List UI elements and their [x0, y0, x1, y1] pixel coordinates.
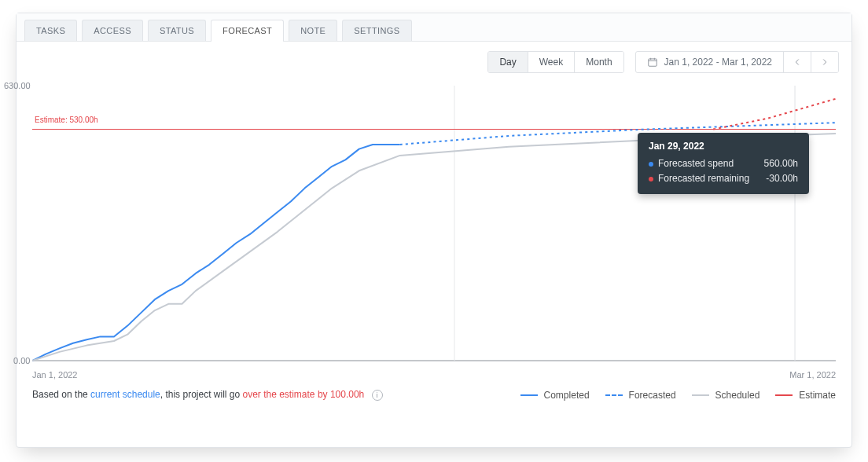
tab-tasks[interactable]: TASKS — [24, 20, 77, 41]
forecast-chart[interactable]: 630.00 0.00 Jan 1, 2022 Mar 1, 2022 Esti… — [32, 86, 836, 376]
chart-tooltip: Jan 29, 2022 Forecasted spend560.00hFore… — [638, 133, 809, 194]
y-axis-min: 0.00 — [13, 356, 30, 365]
chart-canvas — [32, 86, 836, 376]
legend-forecasted: Forecasted — [605, 390, 676, 401]
info-icon[interactable]: i — [372, 390, 383, 401]
x-axis-end: Mar 1, 2022 — [789, 370, 836, 380]
chevron-left-icon — [792, 57, 803, 68]
tab-forecast[interactable]: FORECAST — [211, 20, 284, 41]
granularity-month[interactable]: Month — [574, 52, 623, 72]
tab-bar: TASKSACCESSSTATUSFORECASTNOTESETTINGS — [17, 13, 851, 42]
chart-toolbar: DayWeekMonth Jan 1, 2022 - Mar 1, 2022 — [17, 42, 851, 78]
date-next-button[interactable] — [811, 52, 838, 72]
svg-rect-0 — [648, 59, 657, 66]
forecast-summary: Based on the current schedule, this proj… — [32, 389, 383, 401]
over-estimate-text: over the estimate by 100.00h — [243, 389, 365, 400]
calendar-icon — [647, 57, 658, 68]
tab-access[interactable]: ACCESS — [82, 20, 143, 41]
date-prev-button[interactable] — [783, 52, 811, 72]
tooltip-row: Forecasted remaining-30.00h — [649, 171, 798, 186]
chart-legend: Completed Forecasted Scheduled Estimate — [520, 390, 836, 401]
chart-footer: Based on the current schedule, this proj… — [17, 380, 851, 401]
x-axis-start: Jan 1, 2022 — [32, 370, 78, 380]
tooltip-title: Jan 29, 2022 — [649, 141, 798, 152]
y-axis-max: 630.00 — [4, 81, 31, 90]
chevron-right-icon — [819, 57, 830, 68]
legend-completed: Completed — [520, 390, 590, 401]
tab-note[interactable]: NOTE — [289, 20, 337, 41]
granularity-week[interactable]: Week — [528, 52, 574, 72]
granularity-day[interactable]: Day — [488, 52, 527, 72]
date-range-picker[interactable]: Jan 1, 2022 - Mar 1, 2022 — [635, 51, 839, 73]
date-range-text: Jan 1, 2022 - Mar 1, 2022 — [664, 57, 772, 68]
legend-estimate: Estimate — [775, 390, 836, 401]
tab-status[interactable]: STATUS — [148, 20, 206, 41]
tab-settings[interactable]: SETTINGS — [342, 20, 411, 41]
granularity-segment: DayWeekMonth — [487, 51, 623, 73]
forecast-card: TASKSACCESSSTATUSFORECASTNOTESETTINGS Da… — [16, 13, 852, 448]
date-range-label: Jan 1, 2022 - Mar 1, 2022 — [636, 52, 783, 72]
legend-scheduled: Scheduled — [692, 390, 760, 401]
estimate-threshold-label: Estimate: 530.00h — [32, 116, 98, 124]
current-schedule-link[interactable]: current schedule — [90, 389, 160, 400]
tooltip-row: Forecasted spend560.00h — [649, 156, 798, 171]
